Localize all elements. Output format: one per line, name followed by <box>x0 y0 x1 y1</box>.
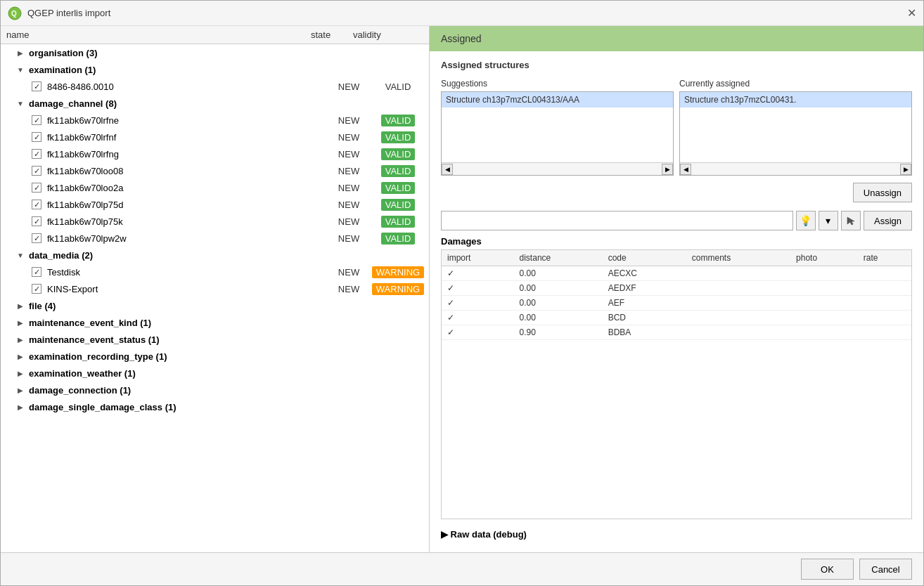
tree-checkbox[interactable] <box>32 284 41 294</box>
expand-icon[interactable]: ▶ <box>15 401 26 412</box>
damages-table-container[interactable]: importdistancecodecommentsphotorate ✓0.0… <box>441 249 912 519</box>
suggestions-scrollbar-h[interactable]: ◀ ▶ <box>442 162 673 175</box>
tree-row[interactable]: fk11abk6w70lrfnfNEWVALID <box>1 129 429 145</box>
tree-row[interactable]: ▶damage_single_damage_class (1) <box>1 398 429 415</box>
tree-checkbox[interactable] <box>32 267 41 277</box>
table-row[interactable]: ✓0.90BDBA <box>442 325 911 340</box>
scroll-right-btn[interactable]: ▶ <box>662 164 673 175</box>
tree-row[interactable]: fk11abk6w70lrfneNEWVALID <box>1 112 429 129</box>
expand-icon[interactable]: ▼ <box>15 249 26 261</box>
tree-checkbox[interactable] <box>32 183 41 193</box>
tree-body[interactable]: ▶organisation (3)▼examination (1)8486-84… <box>1 44 429 552</box>
tree-checkbox[interactable] <box>32 200 41 209</box>
tree-row[interactable]: ▶examination_weather (1) <box>1 365 429 382</box>
table-row[interactable]: ✓0.00AEF <box>442 296 911 311</box>
damages-col-header: rate <box>858 250 911 266</box>
table-cell <box>686 325 790 340</box>
dropdown-btn[interactable]: ▾ <box>819 211 838 230</box>
tree-row[interactable]: TestdiskNEWWARNING <box>1 263 429 280</box>
tree-state: NEW <box>328 267 370 278</box>
suggestions-item[interactable]: Structure ch13p7mzCL004313/AAA <box>442 92 673 108</box>
tree-row[interactable]: ▶damage_connection (1) <box>1 382 429 398</box>
tree-checkbox[interactable] <box>32 216 41 226</box>
tree-state: NEW <box>328 200 370 210</box>
expand-icon[interactable]: ▶ <box>15 384 26 396</box>
tree-checkbox[interactable] <box>32 233 41 243</box>
tree-row[interactable]: ▶organisation (3) <box>1 44 429 61</box>
footer: OK Cancel <box>1 552 923 585</box>
cursor-icon[interactable] <box>841 211 861 230</box>
unassign-button[interactable]: Unassign <box>853 183 912 202</box>
tree-validity: VALID <box>370 233 426 244</box>
tree-row[interactable]: ▶maintenance_event_kind (1) <box>1 314 429 331</box>
table-cell <box>858 281 911 296</box>
table-cell <box>790 311 858 325</box>
tree-header: name state validity <box>1 26 429 44</box>
tree-row[interactable]: KINS-ExportNEWWARNING <box>1 280 429 297</box>
raw-data-label[interactable]: ▶ Raw data (debug) <box>441 529 527 540</box>
tree-row[interactable]: ▶file (4) <box>1 297 429 314</box>
table-cell: 0.00 <box>514 311 603 325</box>
currently-assigned-list[interactable]: Structure ch13p7mzCL00431. ◀ ▶ <box>679 91 912 176</box>
unassign-row: Unassign <box>441 183 912 202</box>
tree-row[interactable]: 8486-8486.0010NEWVALID <box>1 78 429 95</box>
table-row[interactable]: ✓0.00AEDXF <box>442 281 911 296</box>
currently-assigned-item[interactable]: Structure ch13p7mzCL00431. <box>680 92 911 108</box>
ok-button[interactable]: OK <box>801 559 854 580</box>
tree-row[interactable]: fk11abk6w70lp75dNEWVALID <box>1 196 429 213</box>
tree-validity: WARNING <box>370 267 426 278</box>
tree-row[interactable]: fk11abk6w70lrfngNEWVALID <box>1 145 429 162</box>
assigned-scroll-right-btn[interactable]: ▶ <box>900 164 911 175</box>
expand-icon[interactable]: ▶ <box>15 334 26 345</box>
tree-row[interactable]: fk11abk6w70lpw2wNEWVALID <box>1 230 429 247</box>
tree-checkbox[interactable] <box>32 82 41 91</box>
assigned-scroll-left-btn[interactable]: ◀ <box>680 164 691 175</box>
tree-checkbox[interactable] <box>32 149 41 159</box>
damages-col-header: code <box>603 250 686 266</box>
expand-icon[interactable]: ▼ <box>15 98 26 109</box>
tree-node-label: examination_weather (1) <box>29 368 136 379</box>
close-button[interactable]: ✕ <box>907 8 916 19</box>
table-cell: AEDXF <box>603 281 686 296</box>
expand-icon[interactable]: ▶ <box>15 47 26 58</box>
table-cell <box>858 325 911 340</box>
tree-validity: VALID <box>370 166 426 176</box>
damages-col-header: photo <box>790 250 858 266</box>
assign-row: 💡 ▾ Assign <box>441 211 912 230</box>
col-state: state <box>311 30 353 40</box>
table-row[interactable]: ✓0.00BCD <box>442 311 911 325</box>
assign-button[interactable]: Assign <box>864 211 912 230</box>
cancel-button[interactable]: Cancel <box>859 559 912 580</box>
table-row[interactable]: ✓0.00AECXC <box>442 266 911 281</box>
tree-row[interactable]: ▶maintenance_event_status (1) <box>1 331 429 348</box>
bulb-icon[interactable]: 💡 <box>796 211 816 230</box>
suggestions-list[interactable]: Structure ch13p7mzCL004313/AAA ◀ ▶ <box>441 91 674 176</box>
tree-checkbox[interactable] <box>32 115 41 125</box>
table-cell <box>790 296 858 311</box>
tree-row[interactable]: ▼damage_channel (8) <box>1 95 429 112</box>
assigned-scrollbar-h[interactable]: ◀ ▶ <box>680 162 911 175</box>
tree-leaf-label: Testdisk <box>47 267 80 278</box>
damages-col-header: comments <box>686 250 790 266</box>
tree-row[interactable]: fk11abk6w70lp75kNEWVALID <box>1 213 429 230</box>
expand-icon[interactable]: ▼ <box>15 64 26 75</box>
expand-icon[interactable]: ▶ <box>15 367 26 379</box>
expand-icon[interactable]: ▶ <box>15 351 26 362</box>
tree-checkbox[interactable] <box>32 132 41 142</box>
tree-node-label: file (4) <box>29 301 56 311</box>
tree-checkbox[interactable] <box>32 166 41 176</box>
tree-validity: VALID <box>370 200 426 210</box>
tree-row[interactable]: fk11abk6w70loo2aNEWVALID <box>1 179 429 196</box>
table-cell: ✓ <box>442 311 514 325</box>
expand-icon[interactable]: ▶ <box>15 300 26 311</box>
tree-node-label: organisation (3) <box>29 48 98 58</box>
tree-row[interactable]: ▼data_media (2) <box>1 247 429 263</box>
tree-row[interactable]: fk11abk6w70loo08NEWVALID <box>1 162 429 179</box>
expand-icon[interactable]: ▶ <box>15 317 26 328</box>
tree-row[interactable]: ▼examination (1) <box>1 61 429 78</box>
assign-input[interactable] <box>441 211 793 230</box>
scroll-left-btn[interactable]: ◀ <box>442 164 453 175</box>
table-cell: AEF <box>603 296 686 311</box>
tree-row[interactable]: ▶examination_recording_type (1) <box>1 348 429 365</box>
raw-data-section[interactable]: ▶ Raw data (debug) <box>441 525 912 544</box>
